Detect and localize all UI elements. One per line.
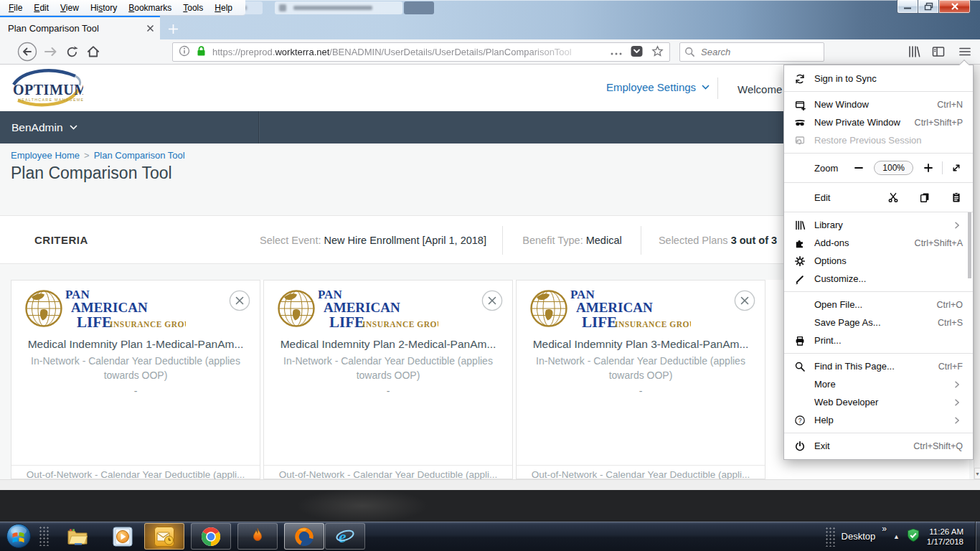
start-button[interactable] xyxy=(6,523,32,551)
plan-benefit-label: In-Network - Calendar Year Deductible (a… xyxy=(534,354,748,382)
menu-item-more[interactable]: More xyxy=(784,375,973,393)
new-tab-button[interactable] xyxy=(164,19,182,38)
menu-item-web-developer[interactable]: Web Developer xyxy=(784,393,973,411)
menu-item-exit[interactable]: ExitCtrl+Shift+Q xyxy=(784,437,973,455)
copy-button[interactable] xyxy=(918,191,931,204)
show-hidden-icons[interactable]: ▲ xyxy=(893,533,900,540)
chevron-down-icon xyxy=(70,125,77,130)
home-button[interactable] xyxy=(83,39,103,64)
url-text: https://preprod.workterra.net/BENADMIN/U… xyxy=(212,47,605,57)
menubar-help[interactable]: Help xyxy=(209,1,238,15)
welcome-text: Welcome - xyxy=(738,83,788,95)
menu-item-library[interactable]: Library xyxy=(784,216,973,234)
plan-title: Medical Indemnity Plan 1-Medical-PanAm..… xyxy=(16,338,255,351)
flame-app-taskbar-button[interactable] xyxy=(237,523,278,550)
page-scrollbar[interactable]: ▼ xyxy=(974,65,980,479)
plan-benefit-label: In-Network - Calendar Year Deductible (a… xyxy=(281,354,495,382)
fullscreen-button[interactable] xyxy=(950,161,963,174)
zoom-out-button[interactable] xyxy=(852,161,865,174)
library-toolbar-icon[interactable] xyxy=(907,39,921,64)
breadcrumb-plan-comparison[interactable]: Plan Comparison Tool xyxy=(94,150,185,161)
cut-button[interactable] xyxy=(887,191,900,204)
breadcrumb-employee-home[interactable]: Employee Home xyxy=(11,150,80,161)
window-titlebar: FileEditViewHistoryBookmarksToolsHelp Pl… xyxy=(0,0,980,39)
remove-plan-button[interactable] xyxy=(481,290,503,311)
paste-button[interactable] xyxy=(950,191,963,204)
scrollbar-down-arrow[interactable]: ▼ xyxy=(974,468,980,479)
close-button[interactable] xyxy=(939,0,971,14)
criteria-divider xyxy=(502,226,503,255)
employee-settings-dropdown[interactable]: Employee Settings xyxy=(606,81,710,93)
zoom-level-indicator[interactable]: 100% xyxy=(874,161,913,175)
menu-item-label: Web Developer xyxy=(814,397,951,408)
icon-slot xyxy=(794,397,806,408)
menu-separator xyxy=(784,433,973,433)
firefox-taskbar-button[interactable] xyxy=(284,523,324,550)
url-bar[interactable]: https://preprod.workterra.net/BENADMIN/U… xyxy=(172,42,670,62)
sidebar-toggle-icon[interactable] xyxy=(931,39,946,64)
menu-item-add-ons[interactable]: Add-onsCtrl+Shift+A xyxy=(784,234,973,252)
menu-item-help[interactable]: ?Help xyxy=(784,411,973,429)
menu-item-shortcut: Ctrl+N xyxy=(937,100,963,110)
edit-label: Edit xyxy=(814,192,887,203)
menu-item-new-window[interactable]: New WindowCtrl+N xyxy=(784,95,973,113)
search-input[interactable] xyxy=(699,46,807,58)
menu-item-label: More xyxy=(814,379,951,390)
page-info-icon[interactable] xyxy=(179,45,190,59)
tab-close-icon[interactable] xyxy=(146,24,154,32)
pocket-icon[interactable] xyxy=(631,45,643,60)
menu-scrollbar-thumb[interactable] xyxy=(968,212,971,278)
internet-explorer-taskbar-button[interactable]: e xyxy=(325,523,365,550)
search-icon xyxy=(794,361,806,372)
menu-item-find-in-this-page[interactable]: Find in This Page...Ctrl+F xyxy=(784,357,973,375)
forward-button[interactable] xyxy=(42,39,60,64)
menu-item-new-private-window[interactable]: New Private WindowCtrl+Shift+P xyxy=(784,113,973,131)
plan-title: Medical Indemnity Plan 2-Medical-PanAm..… xyxy=(268,338,508,351)
windows-media-player-icon[interactable] xyxy=(112,526,133,550)
menubar-tools[interactable]: Tools xyxy=(177,1,209,15)
zoom-in-button[interactable] xyxy=(922,161,935,174)
reload-button[interactable] xyxy=(62,39,81,64)
menubar-edit[interactable]: Edit xyxy=(28,1,55,15)
menu-item-save-page-as[interactable]: Save Page As...Ctrl+S xyxy=(784,314,973,331)
menu-item-options[interactable]: Options xyxy=(784,252,973,270)
minimize-button[interactable] xyxy=(897,0,918,14)
menu-item-label: Save Page As... xyxy=(814,317,938,328)
benadmin-dropdown[interactable]: BenAdmin xyxy=(11,111,77,143)
remove-plan-button[interactable] xyxy=(229,290,250,311)
taskbar-clock[interactable]: 11:26 AM 1/17/2018 xyxy=(927,527,963,547)
browser-tab[interactable]: Plan Comparison Tool xyxy=(0,16,160,39)
menubar-history[interactable]: History xyxy=(85,1,123,15)
icon-slot xyxy=(794,379,806,390)
show-desktop-button[interactable] xyxy=(975,522,980,551)
https-lock-icon[interactable] xyxy=(196,45,207,59)
action-center-shield-icon[interactable] xyxy=(906,528,920,545)
page-bottom-strip xyxy=(0,479,980,490)
back-button[interactable] xyxy=(15,39,39,64)
windows-explorer-icon[interactable] xyxy=(67,527,88,549)
menu-item-print[interactable]: Print... xyxy=(784,331,973,349)
remove-plan-button[interactable] xyxy=(734,290,755,311)
outlook-taskbar-button[interactable] xyxy=(144,523,184,550)
bookmark-star-icon[interactable] xyxy=(651,45,664,60)
menubar-file[interactable]: File xyxy=(3,1,28,15)
page-actions-icon[interactable] xyxy=(611,47,622,57)
benadmin-label: BenAdmin xyxy=(11,121,63,134)
menubar-bookmarks[interactable]: Bookmarks xyxy=(123,1,177,15)
chrome-taskbar-button[interactable] xyxy=(191,523,231,550)
toolbar-overflow-chevrons[interactable]: » xyxy=(882,524,887,534)
menu-item-sign-in-to-sync[interactable]: Sign in to Sync xyxy=(784,70,973,88)
svg-text:LIFE: LIFE xyxy=(582,314,617,331)
menubar-view[interactable]: View xyxy=(55,1,85,15)
icon-slot xyxy=(794,317,806,329)
svg-text:AMERICAN: AMERICAN xyxy=(576,300,653,315)
desktop-toolbar-label[interactable]: Desktop xyxy=(842,531,876,542)
icon-slot xyxy=(794,192,806,203)
svg-text:LIFE: LIFE xyxy=(329,314,364,331)
clock-date: 1/17/2018 xyxy=(927,537,963,547)
menu-item-shortcut: Ctrl+O xyxy=(937,300,963,310)
menu-item-open-file[interactable]: Open File...Ctrl+O xyxy=(784,296,973,314)
menu-item-customize[interactable]: Customize... xyxy=(784,270,973,288)
search-bar[interactable] xyxy=(679,42,824,62)
restore-button[interactable] xyxy=(918,0,939,14)
